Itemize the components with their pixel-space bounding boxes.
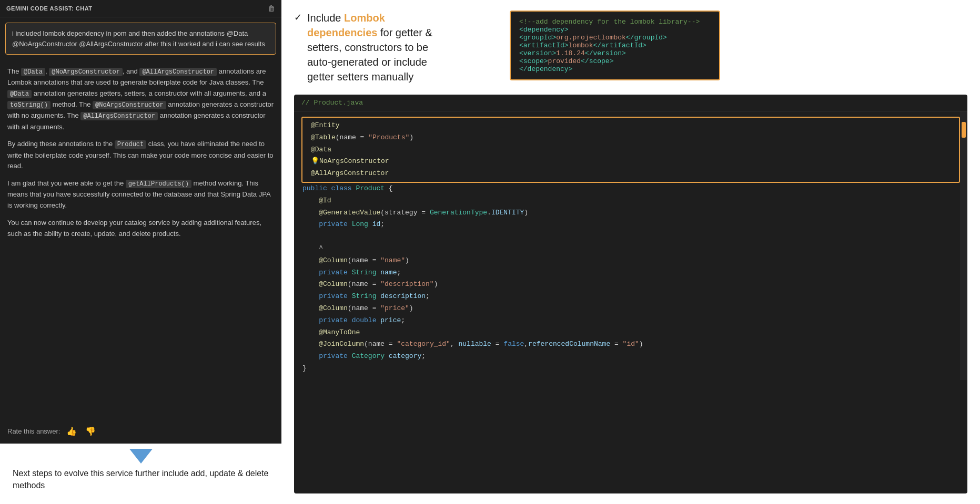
- chat-paragraph-4: You can now continue to develop your cat…: [7, 218, 274, 240]
- top-right: ✓ Include Lombokdependencies for getter …: [294, 11, 967, 84]
- xml-line-5: <scope>provided</scope>: [519, 57, 711, 65]
- lombok-highlight: Lombokdependencies: [307, 12, 385, 38]
- code-manytoone: @ManyToOne: [294, 327, 967, 339]
- code-noargs: @NoArgsConstructor: [49, 68, 123, 76]
- code-getall: getAllProducts(): [126, 180, 191, 188]
- code-class-decl: public class Product {: [294, 183, 967, 195]
- rate-label: Rate this answer:: [7, 427, 60, 435]
- user-message-text: i included lombok dependency in pom and …: [12, 29, 265, 48]
- xml-line-3: <artifactId>lombok</artifactId>: [519, 42, 711, 49]
- code-private-double-price: private double price;: [294, 315, 967, 327]
- trash-icon[interactable]: 🗑: [268, 4, 275, 13]
- chat-paragraph-1: The @Data, @NoArgsConstructor, and @AllA…: [7, 66, 274, 132]
- scrollbar-thumb[interactable]: [962, 122, 966, 138]
- code-noargs2: @NoArgsConstructor: [93, 101, 166, 109]
- right-panel: ✓ Include Lombokdependencies for getter …: [281, 0, 980, 504]
- code-joincolumn: @JoinColumn(name = "category_id", nullab…: [294, 338, 967, 351]
- code-private-category: private Category category;: [294, 351, 967, 363]
- code-allargs: @AllArgsConstructor: [139, 68, 217, 76]
- xml-line-1: <dependency>: [519, 26, 711, 34]
- thumbs-up-button[interactable]: 👍: [64, 425, 79, 437]
- code-id-ann: @Id: [294, 195, 967, 207]
- chat-panel: GEMINI CODE ASSIST: CHAT 🗑 i included lo…: [0, 0, 281, 504]
- xml-code-box: <!--add dependency for the lombok librar…: [510, 11, 720, 80]
- code-body: @Entity @Table(name = "Products") @Data …: [294, 111, 967, 380]
- chat-paragraph-2: By adding these annotations to the Produ…: [7, 139, 274, 172]
- code-allargs-ann: @AllArgsConstructor: [302, 168, 959, 180]
- code-panel: // Product.java @Entity @Table(name = "P…: [294, 95, 967, 493]
- code-tostring: toString(): [7, 101, 50, 109]
- user-message: i included lombok dependency in pom and …: [5, 23, 276, 55]
- rate-row: Rate this answer: 👍 👎: [0, 421, 281, 444]
- code-table: @Table(name = "Products"): [302, 132, 959, 144]
- next-steps-text: Next steps to evolve this service furthe…: [7, 468, 274, 491]
- chat-header: GEMINI CODE ASSIST: CHAT 🗑: [0, 0, 281, 17]
- code-private-long-id: private Long id;: [294, 219, 967, 231]
- code-column-description: @Column(name = "description"): [294, 279, 967, 291]
- scrollbar[interactable]: [960, 111, 967, 380]
- code-generatedvalue: @GeneratedValue(strategy = GenerationTyp…: [294, 207, 967, 219]
- code-data2: @Data: [7, 90, 32, 98]
- check-text: Include Lombokdependencies for getter &s…: [307, 11, 432, 84]
- chat-content: The @Data, @NoArgsConstructor, and @AllA…: [0, 60, 281, 421]
- code-close-brace: }: [294, 363, 967, 375]
- code-column-price: @Column(name = "price"): [294, 303, 967, 315]
- code-panel-header: // Product.java: [294, 95, 967, 111]
- code-filename: // Product.java: [301, 99, 363, 107]
- xml-line-2: <groupId>org.projectlombok</groupId>: [519, 34, 711, 42]
- code-allargs2: @AllArgsConstructor: [80, 112, 158, 120]
- code-blank1: [294, 231, 967, 243]
- chat-paragraph-3: I am glad that you were able to get the …: [7, 178, 274, 211]
- annotation-box: @Entity @Table(name = "Products") @Data …: [301, 117, 960, 183]
- arrow-down-icon: [129, 449, 153, 464]
- xml-line-6: </dependency>: [519, 65, 711, 73]
- check-row: ✓ Include Lombokdependencies for getter …: [294, 11, 494, 84]
- thumbs-down-button[interactable]: 👎: [83, 425, 98, 437]
- xml-line-4: <version>1.18.24</version>: [519, 49, 711, 57]
- xml-comment: <!--add dependency for the lombok librar…: [519, 18, 711, 26]
- next-steps-area: Next steps to evolve this service furthe…: [0, 444, 281, 504]
- chat-panel-title: GEMINI CODE ASSIST: CHAT: [6, 5, 93, 12]
- code-entity: @Entity: [302, 120, 959, 132]
- code-private-string-description: private String description;: [294, 291, 967, 303]
- code-product: Product: [115, 140, 146, 149]
- code-private-string-name: private String name;: [294, 267, 967, 279]
- code-noargs-ann: 💡NoArgsConstructor: [302, 156, 959, 168]
- code-data: @Data: [21, 68, 45, 76]
- checkmark-icon: ✓: [294, 12, 302, 23]
- code-caret: ^: [294, 243, 967, 255]
- main-layout: GEMINI CODE ASSIST: CHAT 🗑 i included lo…: [0, 0, 980, 504]
- check-section: ✓ Include Lombokdependencies for getter …: [294, 11, 494, 84]
- code-data-ann: @Data: [302, 144, 959, 156]
- code-column-name: @Column(name = "name"): [294, 255, 967, 267]
